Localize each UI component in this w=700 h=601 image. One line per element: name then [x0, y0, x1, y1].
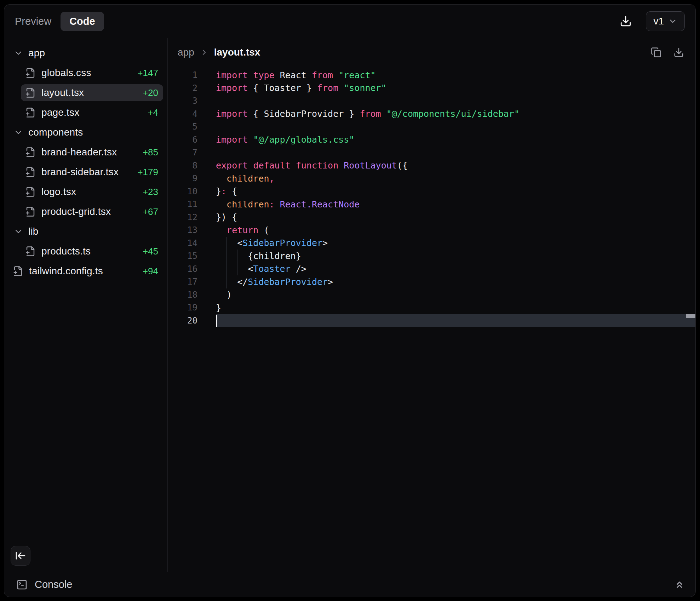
download-button[interactable] — [620, 15, 632, 27]
code-line-12[interactable]: 12}) { — [168, 211, 695, 224]
code-line-2[interactable]: 2import { Toaster } from "sonner" — [168, 82, 695, 95]
token-type: RootLayout — [344, 160, 397, 171]
tree-file-products.ts[interactable]: products.ts+45 — [21, 243, 163, 260]
download-code-button[interactable] — [673, 47, 684, 58]
file-label: products.ts — [41, 246, 91, 257]
code-area[interactable]: 1import type React from "react"2import {… — [168, 67, 695, 572]
code-line-18[interactable]: 18) — [168, 288, 695, 302]
diff-added-count: +23 — [143, 187, 163, 198]
code-line-15[interactable]: 15{children} — [168, 250, 695, 263]
tree-file-brand-header.tsx[interactable]: brand-header.tsx+85 — [21, 144, 163, 161]
file-plus-icon — [25, 246, 36, 257]
breadcrumb-folder[interactable]: app — [178, 47, 194, 58]
code-line-14[interactable]: 14<SidebarProvider> — [168, 237, 695, 250]
indent-guide — [216, 237, 226, 250]
token-kw: , — [269, 173, 275, 184]
tree-file-product-grid.tsx[interactable]: product-grid.tsx+67 — [21, 203, 163, 220]
download-icon — [673, 47, 684, 58]
file-label: product-grid.tsx — [41, 206, 111, 217]
code-line-17[interactable]: 17</SidebarProvider> — [168, 275, 695, 288]
diff-added-count: +85 — [143, 147, 163, 158]
token-pln — [333, 70, 338, 80]
token-kw: function — [296, 160, 338, 171]
token-str: "@/app/globals.css" — [253, 134, 354, 145]
indent-guide — [216, 172, 226, 185]
diff-added-count: +94 — [143, 266, 163, 277]
code-line-4[interactable]: 4import { SidebarProvider } from "@/comp… — [168, 108, 695, 121]
token-prop: children — [226, 173, 269, 184]
version-dropdown[interactable]: v1 — [646, 11, 685, 31]
line-content: return ( — [216, 224, 695, 237]
line-content: <Toaster /> — [216, 263, 695, 276]
code-line-6[interactable]: 6import "@/app/globals.css" — [168, 133, 695, 147]
tree-file-layout.tsx[interactable]: layout.tsx+20 — [21, 84, 163, 101]
token-pln: {children} — [248, 251, 301, 261]
tree-file-page.tsx[interactable]: page.tsx+4 — [21, 104, 163, 121]
token-pln: > — [322, 238, 328, 248]
main-split: appglobals.css+147layout.tsx+20page.tsx+… — [4, 38, 695, 572]
code-line-19[interactable]: 19} — [168, 301, 695, 314]
line-content: import { Toaster } from "sonner" — [216, 82, 695, 95]
scrollbar-thumb[interactable] — [686, 314, 695, 318]
tree-folder-components[interactable]: components — [8, 124, 163, 141]
code-line-3[interactable]: 3 — [168, 95, 695, 108]
file-label: page.tsx — [41, 107, 79, 118]
copy-code-button[interactable] — [651, 47, 661, 58]
code-line-8[interactable]: 8export default function RootLayout({ — [168, 159, 695, 172]
tree-folder-lib[interactable]: lib — [8, 223, 163, 240]
token-pln: < — [237, 238, 242, 248]
token-pln: < — [248, 264, 253, 274]
file-plus-icon — [25, 87, 36, 98]
token-kw: : — [221, 186, 226, 196]
tree-file-logo.tsx[interactable]: logo.tsx+23 — [21, 183, 163, 200]
indent-guide — [216, 263, 226, 276]
tree-folder-app[interactable]: app — [8, 45, 163, 62]
indent-guide — [216, 198, 226, 211]
chevron-right-icon — [200, 48, 208, 57]
tab-code[interactable]: Code — [61, 12, 104, 31]
indent-guide — [216, 224, 226, 237]
line-number: 6 — [168, 135, 197, 145]
diff-added-count: +147 — [137, 68, 163, 79]
code-line-13[interactable]: 13return ( — [168, 224, 695, 237]
folder-label: app — [28, 47, 45, 59]
console-bar[interactable]: Console — [4, 572, 695, 597]
tab-preview[interactable]: Preview — [15, 16, 51, 27]
download-icon — [620, 15, 632, 27]
line-number: 13 — [168, 225, 197, 235]
token-kw: return — [226, 225, 258, 235]
token-pln: ) — [226, 290, 232, 300]
line-content: import "@/app/globals.css" — [216, 133, 695, 147]
line-number: 19 — [168, 303, 197, 313]
token-kw: type — [253, 70, 274, 80]
token-prop: children — [226, 199, 269, 210]
indent-guide — [216, 250, 226, 263]
folder-label: components — [28, 127, 83, 138]
code-line-5[interactable]: 5 — [168, 120, 695, 133]
tree-file-tailwind.config.ts[interactable]: tailwind.config.ts+94 — [8, 263, 163, 280]
code-line-9[interactable]: 9children, — [168, 172, 695, 185]
chevron-down-icon — [13, 48, 23, 58]
tree-file-brand-sidebar.tsx[interactable]: brand-sidebar.tsx+179 — [21, 164, 163, 181]
token-str: "@/components/ui/sidebar" — [386, 109, 520, 119]
code-line-11[interactable]: 11children: React.ReactNode — [168, 198, 695, 211]
code-line-7[interactable]: 7 — [168, 146, 695, 159]
token-pln — [248, 134, 253, 145]
expand-console-button[interactable] — [674, 579, 685, 590]
token-pln: { — [226, 186, 237, 196]
line-content — [216, 146, 695, 159]
token-kw: from — [312, 70, 333, 80]
code-line-20[interactable]: 20 — [168, 314, 695, 327]
code-line-10[interactable]: 10}: { — [168, 185, 695, 198]
line-content: import type React from "react" — [216, 69, 695, 82]
line-number: 8 — [168, 161, 197, 171]
code-line-1[interactable]: 1import type React from "react" — [168, 69, 695, 82]
token-tag: SidebarProvider — [248, 277, 328, 287]
token-kw: from — [317, 83, 338, 93]
collapse-sidebar-button[interactable] — [11, 546, 30, 566]
code-line-16[interactable]: 16<Toaster /> — [168, 263, 695, 276]
file-plus-icon — [25, 107, 36, 118]
tree-file-globals.css[interactable]: globals.css+147 — [21, 64, 163, 81]
indent-guide — [216, 275, 226, 288]
token-kw: import — [216, 134, 248, 145]
